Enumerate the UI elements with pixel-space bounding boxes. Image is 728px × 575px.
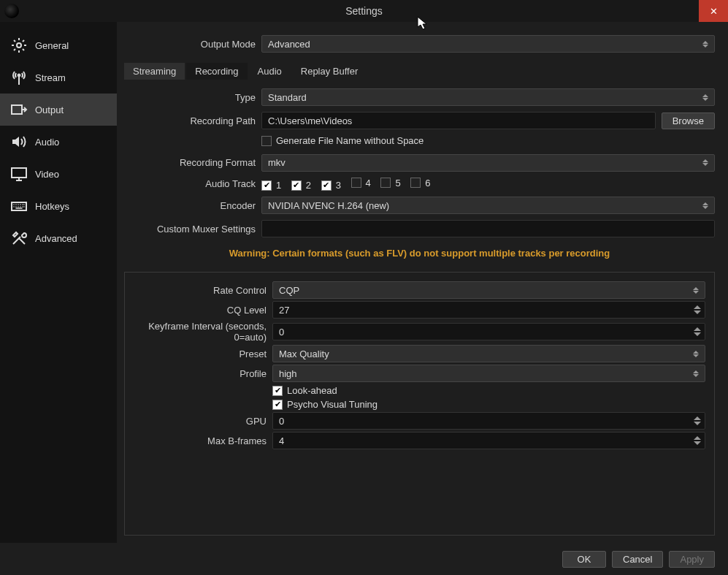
monitor-icon: [10, 165, 28, 183]
lookahead-checkbox[interactable]: ✔Look-ahead: [272, 385, 337, 396]
tab-replay-buffer[interactable]: Replay Buffer: [292, 63, 367, 80]
gen-filename-nospace-checkbox[interactable]: Generate File Name without Space: [261, 135, 424, 146]
cq-level-spinbox[interactable]: 27: [272, 301, 705, 319]
encoder-settings-panel: Rate Control CQP CQ Level 27 Keyframe In…: [124, 272, 715, 536]
output-tabs: Streaming Recording Audio Replay Buffer: [124, 63, 715, 80]
speaker-icon: [10, 133, 28, 151]
audio-track-4-checkbox[interactable]: 4: [351, 178, 371, 189]
audio-track-2-checkbox[interactable]: ✔2: [291, 180, 311, 191]
apply-button[interactable]: Apply: [669, 551, 715, 568]
output-icon: [10, 101, 28, 118]
type-label: Type: [124, 92, 256, 103]
audio-track-5-checkbox[interactable]: 5: [380, 178, 400, 189]
sidebar-item-audio[interactable]: Audio: [0, 126, 117, 158]
sidebar-item-label: Stream: [35, 72, 66, 83]
main-panel: Output Mode Advanced Streaming Recording…: [117, 22, 728, 543]
dialog-footer: OK Cancel Apply: [0, 543, 728, 575]
antenna-icon: [10, 69, 28, 86]
keyframe-interval-spinbox[interactable]: 0: [272, 323, 705, 340]
output-mode-select[interactable]: Advanced: [261, 35, 715, 53]
profile-select[interactable]: high: [272, 365, 705, 382]
sidebar-item-label: Output: [35, 104, 64, 115]
gpu-label: GPU: [128, 416, 267, 427]
ok-button[interactable]: OK: [562, 551, 606, 568]
tab-recording[interactable]: Recording: [186, 63, 247, 80]
tools-icon: [10, 229, 28, 247]
tab-streaming[interactable]: Streaming: [124, 63, 185, 80]
format-warning-text: Warning: Certain formats (such as FLV) d…: [124, 248, 715, 259]
audio-track-label: Audio Track: [124, 178, 256, 189]
audio-track-1-checkbox[interactable]: ✔1: [261, 180, 281, 191]
checkbox-icon: [261, 136, 272, 146]
cancel-button[interactable]: Cancel: [612, 551, 663, 568]
muxer-label: Custom Muxer Settings: [124, 224, 256, 235]
rate-control-label: Rate Control: [128, 285, 267, 296]
profile-label: Profile: [128, 368, 267, 379]
muxer-input[interactable]: [261, 220, 715, 237]
titlebar: Settings ✕: [0, 0, 728, 22]
gear-icon: [10, 37, 28, 54]
sidebar-item-label: Hotkeys: [35, 201, 69, 212]
recording-format-select[interactable]: mkv: [261, 154, 715, 172]
svg-point-0: [17, 43, 21, 47]
preset-select[interactable]: Max Quality: [272, 345, 705, 362]
recording-path-input[interactable]: C:\Users\me\Videos: [261, 112, 656, 129]
audio-track-group: ✔1 ✔2 ✔3 4 5 6: [261, 178, 715, 191]
sidebar-item-label: Advanced: [35, 233, 77, 244]
sidebar-item-stream[interactable]: Stream: [0, 61, 117, 94]
sidebar-item-advanced[interactable]: Advanced: [0, 222, 117, 254]
window-title: Settings: [0, 5, 728, 17]
sidebar-item-label: General: [35, 40, 69, 51]
sidebar: General Stream Output Audio Video Hotkey…: [0, 22, 117, 543]
keyframe-interval-label: Keyframe Interval (seconds, 0=auto): [128, 321, 267, 343]
keyboard-icon: [10, 197, 28, 215]
cq-level-label: CQ Level: [128, 305, 267, 316]
gpu-spinbox[interactable]: 0: [272, 412, 705, 430]
sidebar-item-output[interactable]: Output: [0, 94, 117, 126]
max-bframes-label: Max B-frames: [128, 435, 267, 446]
close-button[interactable]: ✕: [699, 0, 728, 22]
max-bframes-spinbox[interactable]: 4: [272, 432, 705, 449]
sidebar-item-label: Video: [35, 169, 59, 180]
psycho-visual-checkbox[interactable]: ✔Psycho Visual Tuning: [272, 399, 378, 410]
recording-path-label: Recording Path: [124, 115, 256, 126]
encoder-label: Encoder: [124, 200, 256, 211]
svg-rect-3: [12, 168, 26, 178]
browse-button[interactable]: Browse: [662, 113, 715, 129]
type-select[interactable]: Standard: [261, 88, 715, 106]
tab-audio[interactable]: Audio: [249, 63, 291, 80]
rate-control-select[interactable]: CQP: [272, 281, 705, 299]
sidebar-item-hotkeys[interactable]: Hotkeys: [0, 190, 117, 222]
svg-point-1: [18, 74, 20, 77]
output-mode-label: Output Mode: [124, 39, 256, 50]
sidebar-item-label: Audio: [35, 137, 59, 148]
sidebar-item-video[interactable]: Video: [0, 158, 117, 190]
recording-format-label: Recording Format: [124, 157, 256, 168]
audio-track-3-checkbox[interactable]: ✔3: [321, 180, 341, 191]
chevron-updown-icon: [700, 36, 711, 52]
sidebar-item-general[interactable]: General: [0, 29, 117, 61]
encoder-select[interactable]: NVIDIA NVENC H.264 (new): [261, 197, 715, 214]
close-icon: ✕: [710, 6, 718, 17]
svg-rect-2: [12, 105, 22, 114]
preset-label: Preset: [128, 349, 267, 359]
audio-track-6-checkbox[interactable]: 6: [410, 178, 430, 189]
